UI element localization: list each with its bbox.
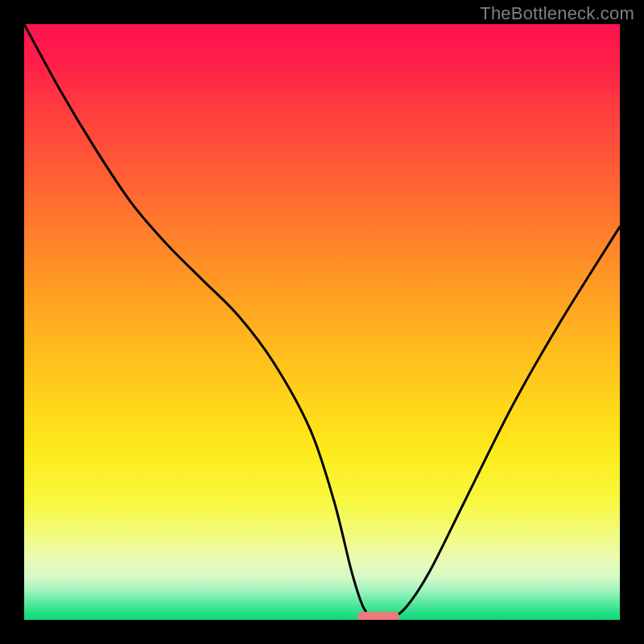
attribution-label: TheBottleneck.com: [480, 3, 634, 24]
optimal-range-marker: [357, 612, 399, 620]
bottleneck-curve: [24, 24, 620, 620]
plot-area: [24, 24, 620, 620]
chart-frame: TheBottleneck.com: [0, 0, 644, 644]
